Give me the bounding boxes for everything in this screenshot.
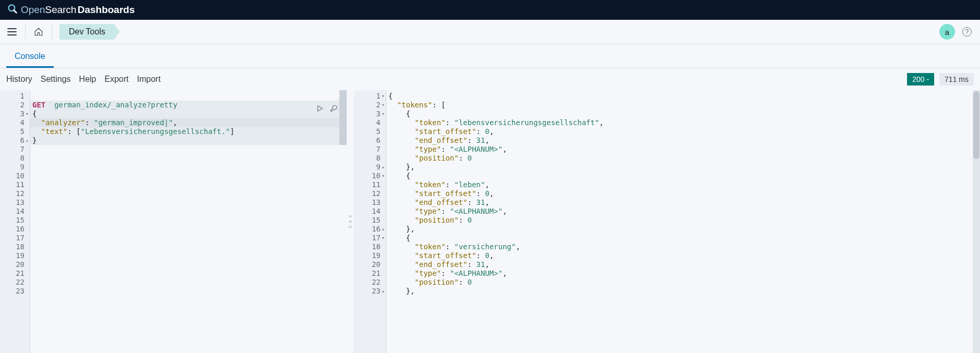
user-avatar[interactable]: a [939, 24, 955, 40]
export-link[interactable]: Export [105, 75, 129, 84]
nav-bar: Dev Tools a ? [0, 20, 980, 44]
grip-icon [349, 215, 351, 228]
response-gutter: 1▾2▾3▾456789▴10▾111213141516▴17▾18192021… [354, 90, 386, 353]
latency-label: 711 ms [939, 73, 974, 86]
home-icon [34, 27, 43, 36]
run-request-button[interactable] [315, 104, 325, 113]
breadcrumb-devtools[interactable]: Dev Tools [59, 24, 115, 40]
pane-splitter[interactable] [347, 90, 354, 353]
devtools-tabs: Console [0, 44, 980, 68]
settings-link[interactable]: Settings [41, 75, 71, 84]
request-gutter: 123▾456▴7891011121314151617181920212223 [0, 90, 30, 353]
help-link[interactable]: Help [79, 75, 96, 84]
request-options-button[interactable] [329, 104, 338, 113]
import-link[interactable]: Import [137, 75, 161, 84]
menu-toggle-button[interactable] [4, 24, 20, 40]
console-toolbar: History Settings Help Export Import 200 … [0, 68, 980, 90]
request-pane: 123▾456▴7891011121314151617181920212223 … [0, 90, 347, 353]
request-editor[interactable]: GET german_index/_analyze?pretty{ "analy… [30, 90, 347, 353]
tab-console[interactable]: Console [6, 45, 54, 68]
editor-split: 123▾456▴7891011121314151617181920212223 … [0, 90, 980, 353]
help-button[interactable]: ? [962, 27, 972, 36]
history-link[interactable]: History [6, 75, 32, 84]
response-pane: 1▾2▾3▾456789▴10▾111213141516▴17▾18192021… [354, 90, 980, 353]
play-icon [316, 105, 324, 112]
request-actions [315, 104, 338, 113]
divider [25, 25, 26, 39]
response-viewer[interactable]: { "tokens": [ { "token": "lebensversiche… [386, 90, 980, 353]
home-button[interactable] [31, 24, 46, 40]
response-scrollbar-track[interactable] [973, 90, 980, 353]
question-icon: ? [965, 28, 969, 35]
http-status-badge: 200 - [907, 73, 934, 86]
opensearch-logo-icon [7, 4, 18, 16]
wrench-icon [329, 104, 338, 113]
brand-text: OpenSearchDashboards [21, 4, 135, 16]
hamburger-icon [7, 28, 17, 35]
brand-logo[interactable]: OpenSearchDashboards [7, 4, 135, 16]
request-scrollbar[interactable] [339, 90, 347, 145]
divider [52, 25, 52, 39]
response-scrollbar-thumb[interactable] [973, 91, 979, 159]
app-header: OpenSearchDashboards [0, 0, 980, 20]
